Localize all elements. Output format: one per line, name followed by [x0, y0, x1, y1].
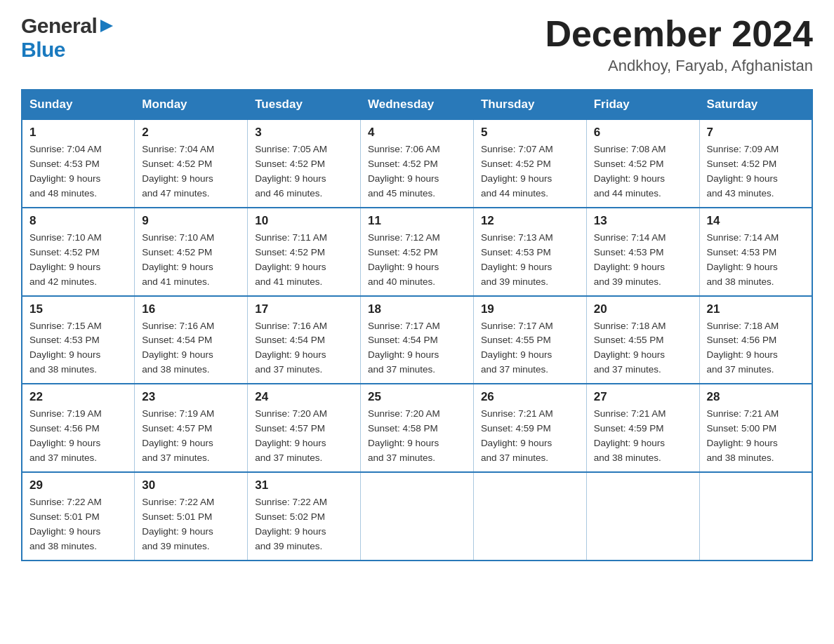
day-info: Sunrise: 7:22 AM Sunset: 5:01 PM Dayligh…: [29, 495, 127, 554]
day-number: 1: [29, 126, 127, 140]
sunset-label: Sunset: 4:52 PM: [255, 247, 325, 257]
day-info: Sunrise: 7:14 AM Sunset: 4:53 PM Dayligh…: [594, 231, 692, 290]
header-wednesday: Wednesday: [361, 90, 474, 119]
sunset-label: Sunset: 4:53 PM: [594, 247, 664, 257]
sunset-label: Sunset: 4:57 PM: [255, 423, 325, 434]
day-number: 2: [142, 126, 240, 140]
sunrise-label: Sunrise: 7:16 AM: [255, 321, 327, 331]
sunrise-label: Sunrise: 7:18 AM: [707, 321, 779, 331]
sunrise-label: Sunrise: 7:22 AM: [255, 497, 327, 507]
table-row: 9 Sunrise: 7:10 AM Sunset: 4:52 PM Dayli…: [135, 208, 248, 296]
sunset-label: Sunset: 4:52 PM: [368, 159, 438, 169]
table-row: 24 Sunrise: 7:20 AM Sunset: 4:57 PM Dayl…: [248, 384, 361, 472]
table-row: 17 Sunrise: 7:16 AM Sunset: 4:54 PM Dayl…: [248, 296, 361, 384]
daylight-label: Daylight: 9 hours: [707, 438, 778, 448]
daylight-label: Daylight: 9 hours: [142, 262, 213, 272]
calendar-week-row: 8 Sunrise: 7:10 AM Sunset: 4:52 PM Dayli…: [22, 208, 812, 296]
table-row: 25 Sunrise: 7:20 AM Sunset: 4:58 PM Dayl…: [361, 384, 474, 472]
daylight-minutes: and 39 minutes.: [142, 541, 209, 551]
day-info: Sunrise: 7:10 AM Sunset: 4:52 PM Dayligh…: [29, 231, 127, 290]
daylight-label: Daylight: 9 hours: [255, 349, 326, 360]
daylight-label: Daylight: 9 hours: [594, 262, 665, 272]
sunrise-label: Sunrise: 7:21 AM: [594, 408, 666, 419]
sunset-label: Sunset: 5:02 PM: [255, 511, 325, 522]
header-saturday: Saturday: [699, 90, 812, 119]
table-row: 1 Sunrise: 7:04 AM Sunset: 4:53 PM Dayli…: [22, 119, 135, 208]
day-number: 18: [368, 302, 466, 316]
daylight-label: Daylight: 9 hours: [481, 262, 552, 272]
daylight-label: Daylight: 9 hours: [707, 349, 778, 360]
day-info: Sunrise: 7:07 AM Sunset: 4:52 PM Dayligh…: [481, 142, 579, 201]
daylight-minutes: and 37 minutes.: [255, 364, 322, 375]
day-info: Sunrise: 7:22 AM Sunset: 5:01 PM Dayligh…: [142, 495, 240, 554]
sunset-label: Sunset: 4:53 PM: [29, 159, 100, 169]
location: Andkhoy, Faryab, Afghanistan: [545, 57, 813, 75]
sunrise-label: Sunrise: 7:09 AM: [707, 144, 779, 154]
header-tuesday: Tuesday: [248, 90, 361, 119]
day-number: 31: [255, 478, 353, 492]
daylight-minutes: and 43 minutes.: [707, 188, 774, 199]
table-row: 18 Sunrise: 7:17 AM Sunset: 4:54 PM Dayl…: [361, 296, 474, 384]
daylight-minutes: and 37 minutes.: [481, 364, 548, 375]
sunrise-label: Sunrise: 7:15 AM: [29, 321, 102, 331]
sunset-label: Sunset: 4:56 PM: [707, 335, 777, 345]
daylight-minutes: and 38 minutes.: [29, 541, 97, 551]
sunrise-label: Sunrise: 7:18 AM: [594, 321, 666, 331]
daylight-minutes: and 38 minutes.: [707, 452, 774, 463]
sunrise-label: Sunrise: 7:22 AM: [142, 497, 214, 507]
sunrise-label: Sunrise: 7:16 AM: [142, 321, 214, 331]
table-row: 11 Sunrise: 7:12 AM Sunset: 4:52 PM Dayl…: [361, 208, 474, 296]
day-number: 11: [368, 214, 466, 228]
day-number: 6: [594, 126, 692, 140]
day-number: 20: [594, 302, 692, 316]
table-row: 20 Sunrise: 7:18 AM Sunset: 4:55 PM Dayl…: [586, 296, 699, 384]
day-number: 26: [481, 390, 579, 404]
sunrise-label: Sunrise: 7:11 AM: [255, 232, 327, 243]
daylight-label: Daylight: 9 hours: [255, 526, 326, 537]
sunset-label: Sunset: 4:53 PM: [481, 247, 551, 257]
table-row: [473, 472, 586, 561]
sunset-label: Sunset: 5:01 PM: [142, 511, 212, 522]
logo-arrow-icon: [99, 18, 114, 36]
daylight-minutes: and 44 minutes.: [594, 188, 661, 199]
sunset-label: Sunset: 4:52 PM: [368, 247, 438, 257]
title-section: December 2024 Andkhoy, Faryab, Afghanist…: [545, 14, 813, 75]
daylight-label: Daylight: 9 hours: [481, 438, 552, 448]
table-row: 7 Sunrise: 7:09 AM Sunset: 4:52 PM Dayli…: [699, 119, 812, 208]
daylight-minutes: and 38 minutes.: [594, 452, 661, 463]
daylight-minutes: and 42 minutes.: [29, 276, 97, 287]
table-row: [361, 472, 474, 561]
daylight-label: Daylight: 9 hours: [255, 438, 326, 448]
day-info: Sunrise: 7:22 AM Sunset: 5:02 PM Dayligh…: [255, 495, 353, 554]
daylight-label: Daylight: 9 hours: [255, 173, 326, 184]
table-row: [699, 472, 812, 561]
table-row: 14 Sunrise: 7:14 AM Sunset: 4:53 PM Dayl…: [699, 208, 812, 296]
day-number: 9: [142, 214, 240, 228]
day-info: Sunrise: 7:19 AM Sunset: 4:56 PM Dayligh…: [29, 407, 127, 466]
sunrise-label: Sunrise: 7:22 AM: [29, 497, 102, 507]
day-number: 30: [142, 478, 240, 492]
daylight-minutes: and 39 minutes.: [594, 276, 661, 287]
day-info: Sunrise: 7:11 AM Sunset: 4:52 PM Dayligh…: [255, 231, 353, 290]
daylight-label: Daylight: 9 hours: [481, 173, 552, 184]
sunrise-label: Sunrise: 7:07 AM: [481, 144, 553, 154]
sunrise-label: Sunrise: 7:20 AM: [368, 408, 440, 419]
day-number: 12: [481, 214, 579, 228]
table-row: 29 Sunrise: 7:22 AM Sunset: 5:01 PM Dayl…: [22, 472, 135, 561]
sunset-label: Sunset: 4:59 PM: [481, 423, 551, 434]
header-sunday: Sunday: [22, 90, 135, 119]
day-info: Sunrise: 7:05 AM Sunset: 4:52 PM Dayligh…: [255, 142, 353, 201]
day-info: Sunrise: 7:20 AM Sunset: 4:58 PM Dayligh…: [368, 407, 466, 466]
day-info: Sunrise: 7:21 AM Sunset: 4:59 PM Dayligh…: [481, 407, 579, 466]
table-row: 6 Sunrise: 7:08 AM Sunset: 4:52 PM Dayli…: [586, 119, 699, 208]
calendar-week-row: 15 Sunrise: 7:15 AM Sunset: 4:53 PM Dayl…: [22, 296, 812, 384]
sunset-label: Sunset: 4:55 PM: [594, 335, 664, 345]
daylight-minutes: and 37 minutes.: [142, 452, 209, 463]
table-row: 8 Sunrise: 7:10 AM Sunset: 4:52 PM Dayli…: [22, 208, 135, 296]
sunrise-label: Sunrise: 7:14 AM: [594, 232, 666, 243]
sunrise-label: Sunrise: 7:20 AM: [255, 408, 327, 419]
daylight-minutes: and 39 minutes.: [481, 276, 548, 287]
table-row: 27 Sunrise: 7:21 AM Sunset: 4:59 PM Dayl…: [586, 384, 699, 472]
sunrise-label: Sunrise: 7:04 AM: [142, 144, 214, 154]
sunset-label: Sunset: 4:59 PM: [594, 423, 664, 434]
